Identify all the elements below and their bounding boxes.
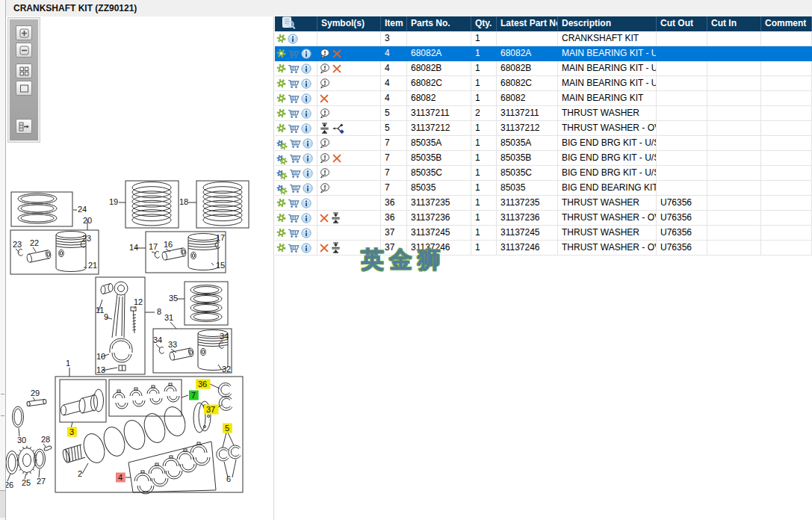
cell-parts_no: 31137236 (407, 211, 471, 226)
info-icon[interactable] (301, 243, 312, 253)
single-view-button[interactable] (16, 81, 32, 96)
info-icon[interactable] (303, 168, 313, 179)
cart-icon[interactable] (289, 153, 301, 164)
svg-text:24: 24 (78, 205, 87, 214)
table-row[interactable]: 468082168082MAIN BEARING KIT (275, 91, 812, 106)
table-row[interactable]: 785035A185035ABIG END BRG KIT - U/S (275, 136, 812, 151)
cart-icon[interactable] (288, 228, 300, 238)
cell-comment (761, 196, 812, 211)
diagram-callout-17: 17 (216, 233, 225, 242)
cell-cut_out (657, 46, 707, 61)
gear-icon[interactable] (276, 93, 286, 103)
diagram-hotspot-5[interactable]: 5 (223, 424, 232, 433)
diagram-callout-20: 20 (83, 216, 92, 225)
cell-cut_in (707, 196, 761, 211)
cart-icon[interactable] (288, 243, 300, 253)
gear-icon[interactable] (276, 228, 286, 238)
cart-icon[interactable] (288, 213, 300, 223)
zoom-in-button[interactable] (16, 25, 32, 40)
gear-icon[interactable] (276, 34, 286, 43)
info-icon[interactable] (303, 138, 313, 149)
cart-icon[interactable] (288, 108, 300, 119)
table-row[interactable]: 531137211231137211THRUST WASHER (275, 106, 812, 121)
table-row[interactable]: 468082C168082CMAIN BEARING KIT - U/S (275, 76, 812, 91)
info-icon[interactable] (301, 108, 312, 119)
toggle-list-panel-button[interactable] (16, 119, 32, 134)
diagram-callout-23: 23 (13, 240, 22, 249)
gears-icon[interactable] (276, 167, 288, 179)
tile-view-button[interactable] (16, 64, 32, 78)
cart-icon[interactable] (289, 138, 301, 149)
table-row[interactable]: 3731137246131137246THRUST WASHER - OVERS… (275, 241, 812, 256)
table-row[interactable]: 3731137245131137245THRUST WASHERU76356 (275, 226, 812, 241)
cart-icon[interactable] (288, 93, 300, 104)
diagram-hotspot-3[interactable]: 3 (67, 427, 77, 437)
diagram-callout-15: 15 (216, 261, 225, 270)
cell-cut_out (657, 181, 707, 196)
left-splitter[interactable] (0, 0, 6, 520)
info-icon[interactable] (288, 34, 298, 44)
table-row[interactable]: 3631137235131137235THRUST WASHERU76356 (275, 196, 812, 211)
parts-list-search-icon[interactable] (280, 16, 296, 29)
info-icon[interactable] (301, 198, 312, 208)
table-row[interactable]: 468082A168082AMAIN BEARING KIT - U/S (275, 46, 812, 61)
info-icon[interactable] (301, 64, 312, 74)
table-row[interactable]: 785035B185035BBIG END BRG KIT - U/S (275, 151, 812, 166)
gear-icon[interactable] (276, 49, 286, 58)
table-row[interactable]: 31CRANKSHAFT KIT (275, 31, 812, 46)
diagram-hotspot-36[interactable]: 36 (196, 380, 211, 389)
gear-icon[interactable] (276, 78, 286, 88)
diagram-callout-34: 34 (153, 335, 162, 344)
gear-green-icon[interactable] (279, 187, 288, 195)
gears-icon[interactable] (276, 182, 288, 194)
gears-icon[interactable] (276, 137, 288, 149)
cell-cut_in (707, 46, 761, 61)
cart-icon[interactable] (288, 49, 300, 59)
gear-icon[interactable] (276, 108, 286, 118)
diagram-hotspot-37[interactable]: 37 (204, 405, 219, 415)
diagram-callout-11: 11 (96, 306, 104, 315)
cell-comment (761, 106, 812, 121)
info-icon[interactable] (303, 153, 313, 164)
cart-icon[interactable] (288, 198, 300, 208)
gear-green-icon[interactable] (279, 157, 288, 165)
info-icon[interactable] (301, 93, 312, 104)
splitter-tick (1, 394, 4, 394)
cart-icon[interactable] (288, 64, 300, 74)
table-row[interactable]: 785035C185035CBIG END BRG KIT - U/S (275, 166, 812, 181)
cart-icon[interactable] (288, 123, 300, 134)
cart-icon[interactable] (289, 168, 301, 179)
gear-icon[interactable] (276, 213, 286, 223)
diagram-hotspot-7[interactable]: 7 (189, 391, 199, 400)
gears-icon[interactable] (276, 152, 288, 164)
info-icon[interactable] (301, 123, 312, 134)
gear-icon[interactable] (276, 64, 286, 73)
gear-green-icon[interactable] (279, 172, 288, 180)
svg-text:18: 18 (179, 197, 188, 206)
info-icon[interactable] (301, 228, 312, 238)
table-row[interactable]: 531137212131137212THRUST WASHER - OVERS (275, 121, 812, 136)
cart-icon[interactable] (289, 183, 301, 194)
gear-icon[interactable] (276, 243, 286, 253)
deleted-x-icon (332, 154, 341, 163)
diagram-hotspot-4[interactable]: 4 (116, 473, 125, 483)
info-icon[interactable] (301, 49, 312, 59)
gear-icon[interactable] (276, 198, 286, 208)
gear-green-icon[interactable] (279, 142, 288, 150)
table-row[interactable]: 3631137236131137236THRUST WASHER - OVERS… (275, 211, 812, 226)
table-row[interactable]: 468082B168082BMAIN BEARING KIT - U/S (275, 61, 812, 76)
row-action-icons (275, 181, 317, 196)
diagram-callout-8: 8 (157, 307, 161, 316)
table-row[interactable]: 785035185035BIG END BEARING KIT (275, 181, 812, 196)
diagram-callout-32: 32 (222, 365, 231, 374)
column-header-actions (275, 16, 317, 31)
info-icon[interactable] (301, 78, 312, 89)
info-icon[interactable] (303, 183, 313, 194)
splitter-thumb[interactable] (0, 490, 5, 518)
row-symbols (317, 151, 381, 166)
info-icon[interactable] (301, 213, 312, 223)
gear-icon[interactable] (276, 123, 286, 133)
cell-parts_no: 68082C (407, 76, 471, 91)
cart-icon[interactable] (288, 78, 300, 89)
zoom-out-button[interactable] (16, 43, 32, 58)
